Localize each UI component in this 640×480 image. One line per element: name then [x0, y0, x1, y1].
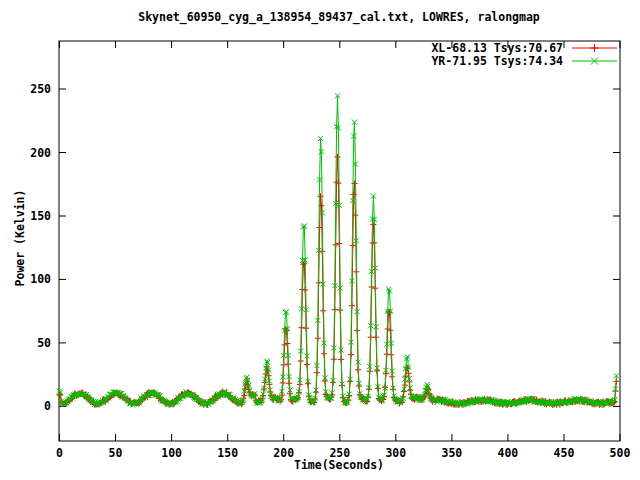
gnuplot-window: 0501001502002503003504004505000501001502…	[0, 0, 640, 480]
series-xl-markers	[57, 154, 620, 408]
x-tick-label: 0	[56, 446, 63, 460]
chart-title: Skynet_60950_cyg_a_138954_89437_cal.txt,…	[138, 10, 540, 25]
x-tick-label: 400	[498, 446, 519, 460]
x-tick-label: 500	[610, 446, 631, 460]
series-xl-line	[60, 157, 617, 405]
legend-entry-xl: XL-68.13 Tsys:70.67	[431, 41, 617, 55]
legend-label: XL-68.13 Tsys:70.67	[431, 41, 563, 55]
x-axis-label: Time(Seconds)	[294, 458, 384, 472]
series-yr	[57, 93, 619, 408]
power-vs-time-chart: 0501001502002503003504004505000501001502…	[0, 0, 640, 480]
x-tick-label: 100	[161, 446, 182, 460]
legend-sample-plus-icon	[572, 44, 617, 52]
y-tick-label: 0	[44, 399, 51, 413]
y-tick-label: 100	[30, 272, 51, 286]
x-tick-label: 350	[442, 446, 463, 460]
series-xl	[57, 154, 620, 408]
x-tick-label: 150	[217, 446, 238, 460]
x-tick-label: 200	[273, 446, 294, 460]
legend-entry-yr: YR-71.95 Tsys:74.34	[431, 54, 617, 68]
x-tick-label: 450	[554, 446, 575, 460]
x-tick-label: 300	[385, 446, 406, 460]
legend-sample-cross-icon	[572, 58, 617, 65]
legend-label: YR-71.95 Tsys:74.34	[431, 54, 563, 68]
x-tick-label: 50	[109, 446, 123, 460]
y-axis-label: Power (Kelvin)	[13, 190, 27, 287]
y-tick-label: 150	[30, 209, 51, 223]
series-yr-markers	[57, 93, 619, 408]
y-tick-label: 250	[30, 82, 51, 96]
y-tick-label: 200	[30, 146, 51, 160]
y-tick-label: 50	[37, 336, 51, 350]
legend: XL-68.13 Tsys:70.67YR-71.95 Tsys:74.34	[431, 41, 617, 68]
series-yr-line	[60, 96, 617, 406]
